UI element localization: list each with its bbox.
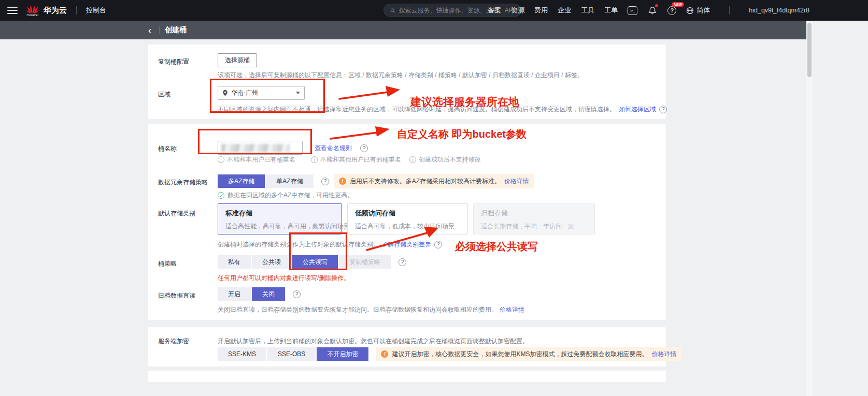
price-detail-link[interactable]: 价格详情 — [500, 305, 524, 314]
constraint-item: 不能和本用户已有桶重名 — [218, 155, 311, 164]
bell-icon — [648, 6, 657, 15]
viewport: HUAWEI 华为云 控制台 搜索云服务、快捷操作、资源、文档、API 备案 资… — [0, 0, 868, 396]
nav-item-resources[interactable]: 资源 — [511, 6, 524, 15]
encryption-toggle-group: SSE-KMS SSE-OBS 不开启加密 建议开启加密，核心数据更安全，如果您… — [218, 347, 681, 361]
back-button[interactable] — [146, 25, 154, 36]
select-source-bucket-button[interactable]: 选择源桶 — [218, 53, 257, 67]
help-icon[interactable]: NEW — [667, 6, 676, 15]
region-selected-value: 华南-广州 — [231, 89, 258, 97]
bucket-policy-label: 桶策略 — [158, 259, 177, 268]
brand-name[interactable]: 华为云 — [44, 6, 67, 16]
redundancy-label: 数据冗余存储策略 — [158, 178, 208, 187]
nav-right-group: 备案 资源 费用 企业 工具 工单 >_ NEW — [488, 0, 809, 21]
huawei-logo[interactable]: HUAWEI — [26, 5, 39, 17]
chevron-down-icon — [296, 92, 300, 94]
bucket-name-input[interactable] — [218, 141, 303, 155]
storage-class-card-standard[interactable]: 标准存储 适合高性能，高可靠，高可用，频繁访问场景 — [218, 203, 342, 234]
storage-class-help-icon[interactable] — [434, 241, 442, 248]
constraint-item: 创建成功后不支持修改 — [409, 155, 481, 164]
encryption-sse-obs[interactable]: SSE-OBS — [267, 347, 316, 361]
copy-config-hint: 该项可选，选择后可复制源桶的以下配置信息：区域 / 数据冗余策略 / 存储类别 … — [218, 71, 584, 80]
storage-class-label: 默认存储类别 — [158, 209, 195, 218]
location-pin-icon — [222, 90, 228, 96]
title-divider — [159, 26, 160, 34]
nav-item-tickets[interactable]: 工单 — [604, 6, 618, 15]
bucket-name-help-icon[interactable] — [360, 144, 368, 152]
region-help-icon[interactable] — [659, 106, 667, 113]
archive-read-off[interactable]: 关闭 — [252, 287, 285, 301]
card-basic-config: 复制桶配置 选择源桶 该项可选，选择后可复制源桶的以下配置信息：区域 / 数据冗… — [148, 45, 666, 119]
encryption-none[interactable]: 不开启加密 — [317, 347, 368, 361]
price-detail-link[interactable]: 价格详情 — [504, 177, 529, 186]
price-detail-link[interactable]: 价格详情 — [651, 350, 676, 359]
nav-item-tools[interactable]: 工具 — [581, 6, 594, 15]
view-naming-rules-link[interactable]: 查看命名规则 — [315, 144, 352, 153]
archive-read-toggle-group: 开启 关闭 — [218, 287, 301, 301]
storage-class-hint: 创建桶时选择的存储类别会作为上传对象的默认存储类别。 了解存储类别差异 — [218, 240, 442, 249]
archive-read-help-icon[interactable] — [293, 290, 301, 298]
notification-dot — [655, 4, 658, 7]
card-bucket-settings: 桶名称 查看命名规则 不能和本用户已有桶重名 不能和其他用户已有的桶重名 创建成… — [148, 124, 666, 320]
encryption-intro: 开启默认加密后，上传到当前桶的对象会默认加密。您也可以在桶创建完成之后在桶概览页… — [218, 337, 529, 346]
nav-divider — [76, 6, 77, 14]
archive-read-on[interactable]: 开启 — [218, 287, 251, 301]
nav-item-enterprise[interactable]: 企业 — [558, 6, 571, 15]
cli-console-icon[interactable]: >_ — [628, 6, 637, 15]
region-hint: 不同区域的资源之间内网互不相通，请选择靠近您业务的区域，可以降低网络时延，提高访… — [218, 105, 667, 114]
encryption-sse-kms[interactable]: SSE-KMS — [218, 347, 266, 361]
warning-icon — [339, 178, 346, 185]
nav-divider — [729, 6, 730, 14]
bucket-name-label: 桶名称 — [158, 144, 177, 153]
region-label: 区域 — [158, 90, 170, 99]
notifications-bell-icon[interactable] — [647, 5, 658, 16]
nav-item-billing[interactable]: 费用 — [534, 6, 548, 15]
encryption-label: 服务端加密 — [158, 337, 189, 346]
scrollbar-track[interactable] — [806, 21, 813, 396]
card-encryption: 服务端加密 开启默认加密后，上传到当前桶的对象会默认加密。您也可以在桶创建完成之… — [148, 327, 666, 366]
archive-read-hint: 关闭归档直读，归档存储类别的数据要先恢复才能访问。归档存储数据恢复和访问会收取相… — [218, 305, 524, 314]
redundancy-help-icon[interactable] — [321, 178, 329, 185]
top-nav: HUAWEI 华为云 控制台 搜索云服务、快捷操作、资源、文档、API 备案 资… — [0, 0, 868, 21]
console-link[interactable]: 控制台 — [86, 6, 106, 15]
archive-read-label: 归档数据直读 — [158, 291, 195, 300]
huawei-flower-icon — [26, 5, 39, 14]
search-icon — [390, 7, 395, 14]
encryption-warning-banner: 建议开启加密，核心数据更安全，如果您使用KMS加密模式，超过免费配额会收取相应费… — [376, 347, 681, 361]
language-switcher[interactable]: 简体 — [686, 6, 710, 15]
info-icon — [409, 156, 416, 163]
storage-class-diff-link[interactable]: 了解存储类别差异 — [381, 240, 431, 249]
storage-class-card-archive: 归档存储 适合长期存储，平均一年访问一次 — [473, 203, 595, 234]
globe-icon — [686, 7, 694, 14]
naming-rule-row: 查看命名规则 — [315, 144, 368, 153]
nav-item-beian[interactable]: 备案 — [488, 6, 501, 15]
policy-public-read[interactable]: 公共读 — [252, 255, 291, 269]
storage-class-card-infrequent[interactable]: 低频访问存储 适合高可靠，低成本，较少访问场景 — [347, 203, 468, 234]
hamburger-menu-icon[interactable] — [7, 7, 18, 14]
copy-config-label: 复制桶配置 — [158, 57, 189, 66]
redacted-bucket-name — [221, 144, 290, 152]
language-label: 简体 — [696, 6, 710, 15]
page-header-bar: 创建桶 — [0, 21, 806, 39]
page-title: 创建桶 — [165, 25, 187, 35]
policy-private[interactable]: 私有 — [218, 255, 251, 269]
account-name[interactable]: hid_qv9l_f4dtqm42r8 — [749, 7, 809, 14]
redundancy-warning-banner: 启用后不支持修改。多AZ存储采用相对较高计费标准。 价格详情 — [334, 174, 534, 188]
card-next-section-partial — [148, 371, 666, 382]
policy-copy-bucket-policy: 复制桶策略 — [339, 255, 391, 269]
bucket-policy-toggle-group: 私有 公共读 公共读写 复制桶策略 — [218, 255, 406, 269]
how-to-select-region-link[interactable]: 如何选择区域 — [619, 105, 656, 114]
toggle-multi-az[interactable]: 多AZ存储 — [218, 174, 265, 188]
redundancy-success-note: 数据在同区域的多个AZ中存储，可用性更高。 — [218, 191, 353, 200]
bucket-name-constraints: 不能和本用户已有桶重名 不能和其他用户已有的桶重名 创建成功后不支持修改 — [218, 155, 481, 164]
scrollbar-thumb[interactable] — [807, 23, 812, 77]
constraint-item: 不能和其他用户已有的桶重名 — [311, 155, 409, 164]
info-icon — [218, 156, 224, 163]
check-circle-icon — [218, 192, 224, 199]
policy-public-read-write[interactable]: 公共读写 — [292, 255, 338, 269]
toggle-single-az[interactable]: 单AZ存储 — [266, 174, 313, 188]
redundancy-toggle-group: 多AZ存储 单AZ存储 启用后不支持修改。多AZ存储采用相对较高计费标准。 价格… — [218, 174, 534, 188]
region-select[interactable]: 华南-广州 — [218, 86, 305, 100]
warning-icon — [381, 350, 388, 358]
policy-help-icon[interactable] — [399, 258, 406, 266]
policy-risk-notice: 任何用户都可以对桶内对象进行读写/删除操作。 — [218, 274, 350, 283]
